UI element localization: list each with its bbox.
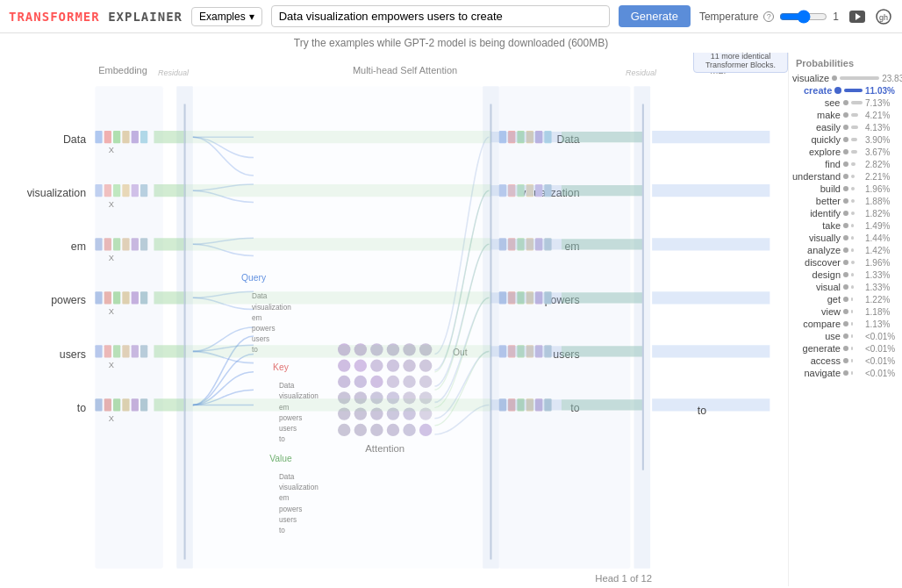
prob-word: discover — [792, 257, 841, 268]
svg-rect-27 — [132, 184, 139, 197]
prob-pct: 1.44% — [865, 233, 898, 243]
svg-text:Data: Data — [279, 382, 295, 390]
header-icons: gh — [848, 7, 893, 26]
svg-point-101 — [419, 424, 432, 436]
prob-row-navigate[interactable]: navigate<0.01% — [789, 367, 902, 379]
svg-point-82 — [403, 376, 415, 388]
prob-row-design[interactable]: design1.33% — [789, 269, 902, 281]
prob-row-better[interactable]: better1.88% — [789, 195, 902, 207]
prob-dot — [843, 186, 848, 191]
svg-text:Data: Data — [63, 133, 86, 146]
svg-text:X: X — [109, 414, 114, 423]
prob-row-take[interactable]: take1.49% — [789, 219, 902, 232]
prob-dot — [843, 346, 848, 351]
svg-rect-46 — [113, 345, 120, 357]
prob-row-generate[interactable]: generate<0.01% — [789, 342, 902, 355]
svg-text:powers: powers — [279, 414, 303, 422]
prob-row-visualize[interactable]: visualize23.83% — [789, 72, 902, 84]
svg-text:X: X — [109, 200, 114, 209]
svg-point-72 — [338, 360, 350, 372]
app-logo: TRANSFORMER EXPLAINER — [9, 10, 183, 24]
svg-text:to: to — [698, 405, 706, 417]
prob-pct: 3.67% — [865, 147, 898, 157]
prob-bar-wrap — [843, 137, 863, 142]
prob-row-view[interactable]: view1.18% — [789, 305, 902, 318]
prob-row-explore[interactable]: explore3.67% — [789, 146, 902, 158]
prob-word: use — [792, 331, 841, 341]
youtube-icon[interactable] — [848, 7, 867, 26]
subheader-notice: Try the examples while GPT-2 model is be… — [0, 33, 902, 53]
svg-rect-30 — [95, 238, 102, 250]
temperature-slider[interactable] — [779, 10, 827, 24]
prob-dot — [834, 87, 841, 94]
svg-text:X: X — [109, 147, 114, 155]
prob-row-find[interactable]: find2.82% — [789, 158, 902, 170]
prob-pct: 1.96% — [865, 258, 898, 268]
prob-dot — [843, 223, 848, 228]
svg-text:Key: Key — [273, 362, 290, 372]
svg-rect-34 — [132, 238, 139, 250]
svg-rect-23 — [95, 184, 102, 197]
prob-pct: <0.01% — [865, 356, 898, 366]
prob-word: design — [792, 269, 841, 280]
prob-row-discover[interactable]: discover1.96% — [789, 256, 902, 269]
prob-row-get[interactable]: get1.22% — [789, 293, 902, 305]
prob-bar — [851, 187, 855, 190]
prob-dot — [843, 112, 848, 118]
residual-header-right: Residual — [626, 68, 652, 77]
svg-rect-45 — [104, 345, 111, 357]
prob-bar — [851, 236, 854, 240]
prob-word: find — [792, 159, 841, 169]
prob-dot — [843, 272, 848, 277]
prob-row-understand[interactable]: understand2.21% — [789, 170, 902, 183]
prob-row-create[interactable]: create11.03% — [789, 84, 902, 97]
prob-word: explore — [792, 147, 841, 157]
probabilities-title: Probabilities — [789, 56, 902, 72]
svg-rect-26 — [122, 184, 129, 197]
svg-rect-18 — [113, 131, 120, 143]
prob-bar — [844, 89, 863, 92]
prob-row-use[interactable]: use<0.01% — [789, 330, 902, 342]
search-input[interactable] — [271, 5, 610, 27]
prob-bar-wrap — [843, 297, 863, 302]
prob-row-visual[interactable]: visual1.33% — [789, 281, 902, 293]
prob-bar — [851, 261, 855, 264]
prob-bar-wrap — [843, 100, 863, 105]
svg-text:powers: powers — [252, 325, 276, 333]
prob-row-make[interactable]: make4.21% — [789, 109, 902, 121]
prob-dot — [843, 198, 848, 204]
svg-rect-6 — [193, 86, 483, 568]
prob-row-identify[interactable]: identify1.82% — [789, 207, 902, 219]
prob-row-quickly[interactable]: quickly3.90% — [789, 133, 902, 146]
examples-dropdown[interactable]: Examples ▾ — [191, 7, 262, 26]
logo-transformer: TRANSFORMER — [9, 10, 100, 24]
svg-text:powers: powers — [279, 506, 303, 513]
prob-pct: 4.13% — [865, 123, 898, 133]
prob-row-compare[interactable]: compare1.13% — [789, 318, 902, 330]
svg-rect-49 — [140, 345, 147, 357]
prob-bar-wrap — [834, 87, 863, 94]
prob-pct: 4.21% — [865, 111, 898, 120]
prob-word: get — [792, 294, 841, 305]
prob-word: create — [792, 85, 832, 96]
prob-row-analyze[interactable]: analyze1.42% — [789, 244, 902, 256]
prob-row-easily[interactable]: easily4.13% — [789, 121, 902, 133]
svg-rect-53 — [113, 398, 120, 411]
prob-dot — [843, 260, 848, 265]
github-icon[interactable]: gh — [874, 7, 893, 26]
temperature-info-icon[interactable]: ? — [763, 11, 774, 22]
prob-row-build[interactable]: build1.96% — [789, 183, 902, 195]
prob-bar — [851, 347, 853, 350]
prob-row-visually[interactable]: visually1.44% — [789, 232, 902, 244]
prob-pct: 1.49% — [865, 221, 898, 231]
prob-pct: 1.33% — [865, 283, 898, 292]
prob-word: identify — [792, 208, 841, 219]
prob-bar-wrap — [843, 223, 863, 228]
prob-row-access[interactable]: access<0.01% — [789, 355, 902, 367]
prob-row-see[interactable]: see7.13% — [789, 97, 902, 109]
svg-text:visualization: visualization — [279, 484, 319, 491]
svg-text:Head 1 of 12: Head 1 of 12 — [595, 573, 652, 584]
prob-dot — [843, 211, 848, 216]
generate-button[interactable]: Generate — [619, 5, 691, 27]
temperature-label: Temperature — [699, 11, 758, 23]
